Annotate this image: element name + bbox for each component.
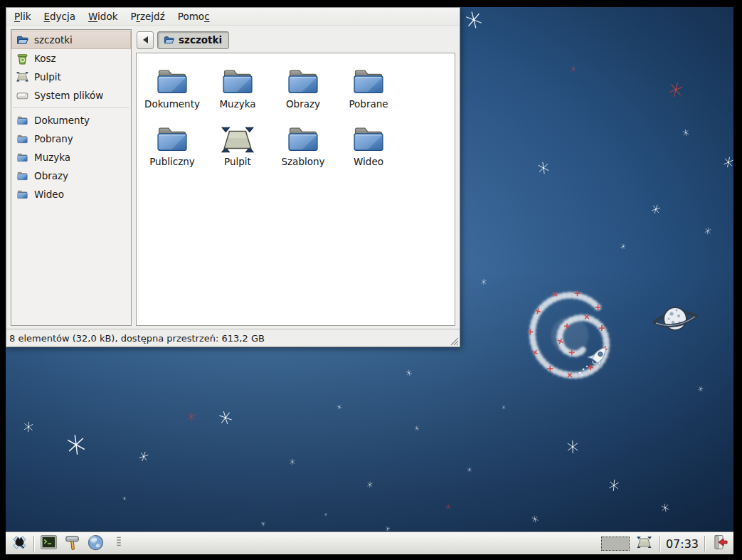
file-manager-window: PlikEdycjaWidokPrzejdźPomoc szczotki Kos…: [6, 7, 460, 347]
file-item-obrazy[interactable]: Obrazy: [270, 63, 336, 120]
screen: { "window": { "menu": { "items": [ {"id"…: [0, 0, 742, 560]
folder-icon: [16, 132, 28, 145]
folder-icon: [16, 114, 28, 127]
white-star: [23, 422, 34, 435]
white-star: [465, 11, 482, 31]
panel-grip-button[interactable]: [110, 534, 128, 553]
sidebar-item-kosz[interactable]: Kosz: [11, 49, 131, 68]
globe-icon: [87, 534, 105, 554]
sidebar-item-pobrany[interactable]: Pobrany: [11, 130, 131, 148]
white-star: [481, 275, 487, 288]
file-item-label: Dokumenty: [144, 98, 200, 110]
sidebar-item-label: Dokumenty: [34, 115, 90, 126]
white-star: [724, 157, 734, 171]
desktop-icon: [16, 70, 28, 83]
applications-menu-button[interactable]: [10, 534, 28, 553]
file-item-wideo[interactable]: Wideo: [336, 120, 401, 178]
menu-edycja[interactable]: Edycja: [37, 9, 82, 24]
file-item-szablony[interactable]: Szablony: [270, 120, 336, 178]
debian-swirl: [523, 287, 617, 381]
white-star: [698, 381, 704, 395]
white-star: [406, 366, 413, 379]
sidebar-item-muzyka[interactable]: Muzyka: [11, 148, 131, 167]
sidebar-item-label: Kosz: [34, 53, 56, 64]
menubar: PlikEdycjaWidokPrzejdźPomoc: [6, 8, 460, 26]
sidebar-item-dokumenty[interactable]: Dokumenty: [11, 111, 131, 130]
sidebar-item-wideo[interactable]: Wideo: [11, 185, 131, 204]
sidebar-item-label: Wideo: [34, 189, 64, 200]
file-item-pobrane[interactable]: Pobrane: [336, 63, 401, 120]
folder-icon: [154, 63, 190, 95]
folder-icon: [220, 63, 255, 95]
red-star: [570, 63, 578, 76]
white-star: [652, 204, 661, 217]
file-item-publiczny[interactable]: Publiczny: [139, 120, 205, 178]
sidebar-item-system-plikow[interactable]: System plików: [11, 86, 131, 105]
grip-icon: [115, 534, 122, 553]
trash-icon: [16, 52, 28, 65]
menu-pomoc[interactable]: Pomoc: [171, 9, 216, 24]
show-desktop-button[interactable]: [635, 534, 654, 553]
back-button[interactable]: [137, 31, 154, 49]
folder-icon: [285, 120, 321, 153]
clock[interactable]: 07:33: [666, 537, 699, 551]
red-star: [445, 500, 451, 513]
shortcuts-sidebar: szczotki Kosz Pulpit System plików Dokum…: [11, 29, 132, 326]
menu-plik[interactable]: Plik: [8, 9, 37, 24]
panel-separator: [704, 536, 705, 551]
file-grid: Dokumenty Muzyka Obrazy: [137, 53, 455, 178]
terminal-button[interactable]: [39, 534, 58, 553]
path-button-label: szczotki: [179, 34, 222, 46]
file-item-label: Obrazy: [286, 98, 320, 110]
file-item-label: Pulpit: [224, 156, 251, 167]
desktop-icon: [637, 537, 652, 551]
menu-przejdz[interactable]: Przejdź: [124, 9, 171, 24]
saturn-planet: [650, 300, 701, 337]
folder-icon: [285, 63, 321, 95]
file-item-label: Wideo: [354, 156, 383, 167]
white-star: [566, 440, 579, 456]
white-star: [538, 162, 550, 177]
sidebar-item-label: Obrazy: [34, 170, 68, 181]
desktop[interactable]: PlikEdycjaWidokPrzejdźPomoc szczotki Kos…: [6, 7, 733, 554]
sidebar-item-label: Pobrany: [34, 133, 73, 144]
file-item-label: Publiczny: [149, 156, 195, 167]
white-star: [531, 512, 539, 526]
file-item-label: Pobrane: [349, 98, 388, 110]
white-star: [620, 239, 626, 253]
white-star: [122, 490, 127, 504]
file-item-muzyka[interactable]: Muzyka: [205, 63, 270, 120]
sidebar-item-label: Muzyka: [34, 152, 70, 163]
sidebar-item-pulpit[interactable]: Pulpit: [11, 68, 131, 86]
statusbar: 8 elementów (32,0 kB), dostępna przestrz…: [6, 329, 460, 347]
workspace-pager[interactable]: [601, 537, 630, 551]
xfce-icon: [11, 534, 28, 554]
sidebar-item-label: Pulpit: [34, 71, 61, 83]
path-toolbar: szczotki: [136, 29, 455, 53]
web-browser-button[interactable]: [86, 534, 105, 553]
file-item-label: Muzyka: [219, 98, 255, 110]
sidebar-separator: [13, 107, 129, 108]
file-view-panel[interactable]: Dokumenty Muzyka Obrazy: [136, 53, 455, 326]
white-star: [337, 399, 342, 413]
path-button-szczotki[interactable]: szczotki: [157, 31, 229, 49]
logout-button[interactable]: [711, 534, 729, 553]
hammer-icon: [63, 534, 81, 554]
menu-widok[interactable]: Widok: [82, 9, 124, 24]
folder-icon: [154, 120, 190, 153]
sidebar-item-obrazy[interactable]: Obrazy: [11, 167, 131, 185]
folder-icon: [16, 169, 28, 182]
file-item-pulpit[interactable]: Pulpit: [205, 120, 270, 178]
resize-grip[interactable]: [449, 336, 459, 346]
terminal-icon: [40, 534, 58, 554]
white-star: [502, 399, 506, 413]
file-item-dokumenty[interactable]: Dokumenty: [139, 63, 205, 120]
sidebar-item-szczotki[interactable]: szczotki: [11, 31, 131, 49]
back-arrow-icon: [143, 36, 148, 43]
sidebar-item-label: szczotki: [34, 34, 73, 46]
folder-icon: [351, 120, 386, 153]
file-item-label: Szablony: [281, 156, 324, 167]
red-star: [186, 411, 196, 425]
build-tool-button[interactable]: [63, 534, 81, 553]
white-star: [290, 455, 296, 468]
